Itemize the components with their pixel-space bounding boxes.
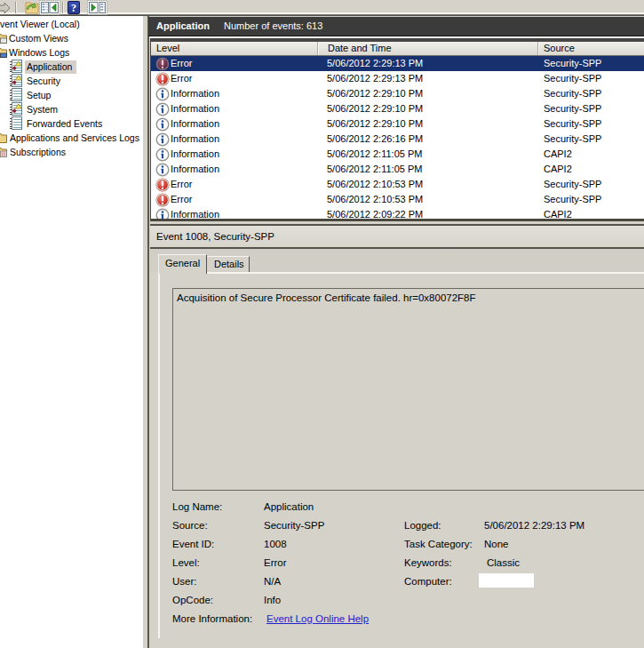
svg-text:?: ? — [71, 2, 76, 14]
